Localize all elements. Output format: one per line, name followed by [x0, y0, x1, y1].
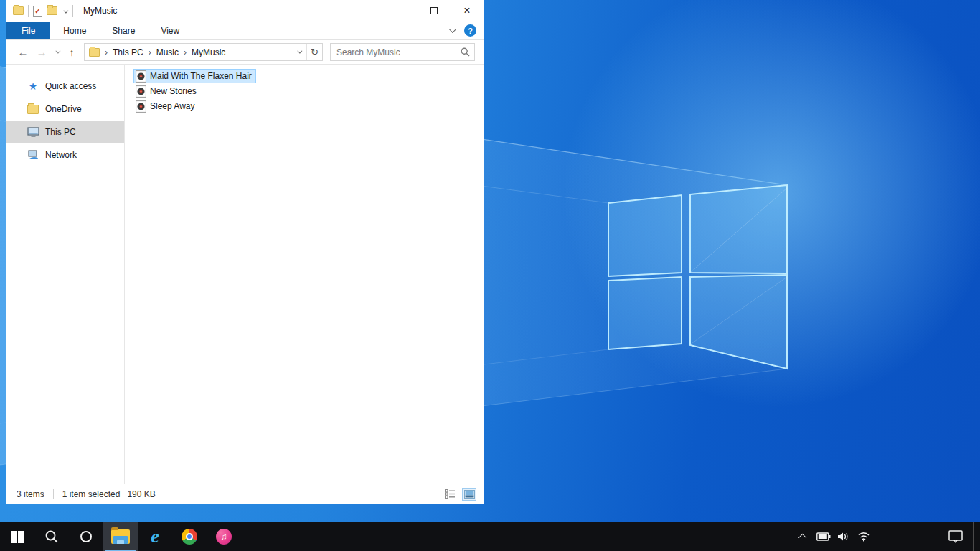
- navigation-pane: ★ Quick access OneDrive This PC: [6, 65, 125, 484]
- file-item-maid-with-the-flaxen-hair[interactable]: Maid With The Flaxen Hair: [133, 69, 256, 83]
- search-box: [330, 43, 475, 61]
- file-name: Maid With The Flaxen Hair: [150, 71, 252, 81]
- tab-share[interactable]: Share: [99, 22, 148, 39]
- window-folder-icon: [13, 6, 24, 15]
- file-explorer-window: ✓ MyMusic × File Home Share View ? ← →: [6, 0, 484, 504]
- taskbar-itunes-button[interactable]: ♫: [207, 522, 241, 551]
- show-hidden-icons-button[interactable]: [795, 522, 812, 551]
- sidebar-item-network[interactable]: Network: [6, 143, 124, 166]
- new-folder-icon[interactable]: [47, 6, 57, 15]
- system-tray: [795, 522, 980, 551]
- tab-file[interactable]: File: [6, 22, 50, 39]
- sidebar-item-label: OneDrive: [45, 104, 82, 114]
- network-icon: [27, 150, 39, 160]
- quick-access-star-icon: ★: [27, 80, 39, 92]
- quick-access-toolbar: ✓ MyMusic: [6, 5, 117, 17]
- ribbon-tabs: File Home Share View ?: [6, 22, 484, 40]
- maximize-icon: [430, 7, 438, 14]
- file-name: New Stories: [150, 86, 197, 96]
- file-item-sleep-away[interactable]: Sleep Away: [133, 99, 199, 113]
- back-button[interactable]: ←: [14, 46, 32, 58]
- taskbar-internet-explorer-button[interactable]: e: [138, 522, 172, 551]
- crumb-separator-icon: ›: [146, 47, 154, 57]
- file-list-pane[interactable]: Maid With The Flaxen Hair New Stories: [125, 65, 484, 484]
- customize-qat-button[interactable]: [62, 9, 68, 14]
- file-name: Sleep Away: [150, 101, 195, 111]
- refresh-button[interactable]: ↻: [306, 44, 322, 60]
- breadcrumb-this-pc[interactable]: This PC: [113, 47, 143, 57]
- maximize-button[interactable]: [418, 0, 451, 22]
- minimize-button[interactable]: [385, 0, 418, 22]
- selection-size: 190 KB: [127, 489, 155, 499]
- chevron-down-icon: [55, 49, 60, 54]
- forward-button[interactable]: →: [32, 46, 51, 58]
- chrome-icon: [182, 529, 197, 545]
- sidebar-item-label: Quick access: [45, 81, 96, 91]
- window-title: MyMusic: [83, 6, 117, 16]
- sidebar-item-label: This PC: [45, 127, 76, 137]
- breadcrumb-music[interactable]: Music: [156, 47, 179, 57]
- selection-count: 1 item selected: [62, 489, 121, 499]
- audio-file-icon: [136, 100, 146, 113]
- taskbar-file-explorer-button[interactable]: [103, 522, 138, 551]
- breadcrumb-mymusic[interactable]: MyMusic: [192, 47, 225, 57]
- action-center-icon: [948, 530, 963, 543]
- search-input[interactable]: [331, 47, 456, 57]
- taskbar-chrome-button[interactable]: [172, 522, 207, 551]
- crumb-separator-icon: ›: [182, 47, 189, 57]
- action-center-button[interactable]: [947, 522, 964, 551]
- large-icons-view-button[interactable]: [462, 488, 476, 501]
- search-icon: [44, 529, 59, 544]
- qat-separator: [28, 5, 29, 17]
- cortana-button[interactable]: [69, 522, 103, 551]
- tab-home[interactable]: Home: [50, 22, 99, 39]
- sidebar-item-label: Network: [45, 150, 77, 160]
- chevron-down-icon: [297, 49, 302, 54]
- file-item-new-stories[interactable]: New Stories: [133, 84, 201, 98]
- internet-explorer-icon: e: [151, 527, 159, 546]
- details-view-button[interactable]: [443, 488, 457, 501]
- minimize-ribbon-button[interactable]: [449, 26, 456, 33]
- minimize-icon: [397, 11, 405, 11]
- status-bar: 3 items 1 item selected 190 KB: [6, 484, 484, 504]
- network-wifi-button[interactable]: [855, 522, 872, 551]
- speaker-icon: [837, 532, 850, 542]
- close-button[interactable]: ×: [451, 0, 484, 22]
- details-view-icon: [445, 489, 456, 499]
- title-bar[interactable]: ✓ MyMusic ×: [6, 0, 484, 22]
- battery-status-button[interactable]: [815, 522, 832, 551]
- audio-file-icon: [136, 70, 146, 83]
- taskbar: e ♫: [0, 522, 980, 551]
- tab-view[interactable]: View: [148, 22, 192, 39]
- audio-file-icon: [136, 85, 146, 98]
- volume-button[interactable]: [835, 522, 852, 551]
- sidebar-item-quick-access[interactable]: ★ Quick access: [6, 75, 124, 98]
- search-icon[interactable]: [456, 47, 474, 57]
- properties-icon[interactable]: ✓: [33, 6, 42, 17]
- wifi-icon: [857, 532, 870, 542]
- items-count: 3 items: [17, 489, 44, 499]
- caption-buttons: ×: [385, 0, 484, 22]
- up-button[interactable]: ↑: [62, 47, 81, 58]
- sidebar-item-this-pc[interactable]: This PC: [6, 121, 124, 143]
- taskbar-search-button[interactable]: [34, 522, 69, 551]
- sidebar-item-onedrive[interactable]: OneDrive: [6, 98, 124, 121]
- address-bar[interactable]: › This PC › Music › MyMusic ↻: [84, 43, 323, 61]
- show-desktop-button[interactable]: [973, 522, 977, 551]
- this-pc-monitor-icon: [27, 127, 39, 138]
- itunes-icon: ♫: [216, 529, 232, 545]
- windows-logo-icon: [11, 531, 24, 543]
- navigation-toolbar: ← → ↑ › This PC › Music › MyMusic ↻: [6, 40, 484, 65]
- address-dropdown-button[interactable]: [291, 44, 306, 60]
- chevron-up-icon: [798, 534, 806, 542]
- large-icons-view-icon: [464, 490, 475, 499]
- check-glyph: ✓: [34, 7, 40, 15]
- recent-locations-button[interactable]: [51, 50, 62, 54]
- help-icon: ?: [468, 27, 473, 35]
- help-button[interactable]: ?: [464, 24, 476, 37]
- qat-separator: [72, 5, 73, 17]
- close-icon: ×: [463, 5, 470, 17]
- file-explorer-icon: [111, 529, 130, 544]
- battery-icon: [816, 532, 831, 541]
- start-button[interactable]: [0, 522, 34, 551]
